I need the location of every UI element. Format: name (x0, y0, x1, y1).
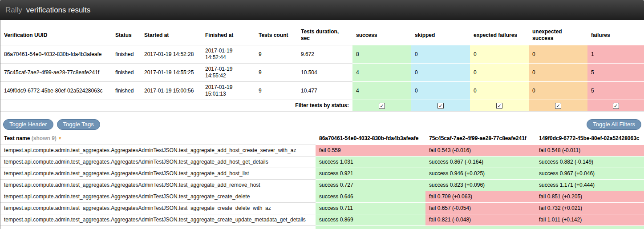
col-header-expected-failures: expected failures (470, 25, 529, 45)
col-header-run-3: 149f0dc9-6772-45be-80ef-02a52428063c (535, 133, 644, 145)
result-cell: fail 1.011 (+0.142) (535, 214, 644, 226)
result-cell: fail 0.821 (-0.048) (425, 214, 535, 226)
status-cell: finished (112, 45, 141, 64)
tests-header-row: Test name (shown 9) ▼ 86a70461-54e0-4032… (0, 133, 644, 145)
started-at-cell: 2017-01-19 15:00:56 (141, 82, 202, 100)
test-name-cell: tempest.api.compute.admin.test_aggregate… (0, 168, 316, 180)
result-cell: success 0.819 (316, 226, 425, 229)
test-row[interactable]: tempest.api.compute.admin.test_aggregate… (0, 157, 644, 168)
failures-count-cell: 5 (587, 64, 644, 82)
result-cell: success 0.946 (+0.025) (425, 168, 535, 180)
col-header-success: success (352, 25, 411, 45)
test-name-header-label: Test name (4, 135, 30, 141)
result-cell: success 0.870 (+0.051) (535, 226, 644, 229)
tests-count-cell: 9 (255, 64, 297, 82)
unexpected-success-count-cell: 0 (529, 64, 587, 82)
started-at-cell: 2017-01-19 14:52:28 (141, 45, 202, 64)
verification-row: 75c45caf-7ae2-4f99-ae28-77c8eafe241f fin… (0, 64, 644, 82)
test-name-cell: tempest.api.compute.admin.test_aggregate… (0, 226, 316, 229)
verification-row: 149f0dc9-6772-45be-80ef-02a52428063c fin… (0, 82, 644, 100)
result-cell: success 0.921 (316, 168, 425, 180)
test-row[interactable]: tempest.api.compute.admin.test_aggregate… (0, 214, 644, 226)
duration-cell: 10.477 (297, 82, 352, 100)
result-cell: fail 0.548 (-0.011) (535, 145, 644, 157)
col-header-run-1: 86a70461-54e0-4032-830b-fda4b3afeafe (316, 133, 425, 145)
test-row[interactable]: tempest.api.compute.admin.test_aggregate… (0, 191, 644, 203)
skipped-count-cell: 0 (411, 82, 470, 100)
filter-checkbox-expected-failures[interactable]: ✓ (496, 103, 502, 109)
uuid-cell: 75c45caf-7ae2-4f99-ae28-77c8eafe241f (0, 64, 112, 82)
result-cell: success 1.031 (316, 157, 425, 168)
test-name-cell: tempest.api.compute.admin.test_aggregate… (0, 203, 316, 214)
expected-failures-count-cell: 0 (470, 64, 529, 82)
skipped-count-cell: 0 (411, 64, 470, 82)
filter-cell-success: ✓ (352, 100, 411, 112)
tests-count-cell: 9 (255, 82, 297, 100)
result-cell: success 0.646 (316, 191, 425, 203)
col-header-failures: failures (587, 25, 644, 45)
unexpected-success-count-cell: 0 (529, 45, 587, 64)
test-row[interactable]: tempest.api.compute.admin.test_aggregate… (0, 203, 644, 214)
result-cell: fail 0.559 (316, 145, 425, 157)
col-header-run-2: 75c45caf-7ae2-4f99-ae28-77c8eafe241f (425, 133, 535, 145)
failures-count-cell: 1 (587, 45, 644, 64)
filter-row: Filter tests by status: ✓ ✓ ✓ ✓ ✓ (0, 100, 644, 112)
verifications-table: Verification UUID Status Started at Fini… (0, 25, 644, 112)
result-cell: success 0.882 (-0.149) (535, 157, 644, 168)
col-header-started-at: Started at (141, 25, 202, 45)
page-title: verifications results (26, 6, 91, 15)
test-name-cell: tempest.api.compute.admin.test_aggregate… (0, 157, 316, 168)
filter-checkbox-unexpected-success[interactable]: ✓ (555, 103, 561, 109)
expected-failures-count-cell: 0 (470, 82, 529, 100)
toggle-all-filters-button[interactable]: Toggle All Filters (587, 119, 641, 130)
filter-cell-skipped: ✓ (411, 100, 470, 112)
success-count-cell: 4 (352, 82, 411, 100)
test-row[interactable]: tempest.api.compute.admin.test_aggregate… (0, 180, 644, 191)
col-header-tests-count: Tests count (255, 25, 297, 45)
finished-at-cell: 2017-01-19 14:55:42 (202, 64, 255, 82)
filter-checkbox-success[interactable]: ✓ (379, 103, 385, 109)
col-header-verification-uuid: Verification UUID (0, 25, 112, 45)
app-brand: Rally (5, 6, 22, 15)
filter-cell-expected-failures: ✓ (470, 100, 529, 112)
result-cell: fail 0.732 (+0.021) (535, 203, 644, 214)
status-cell: finished (112, 82, 141, 100)
tests-count-cell: 9 (255, 45, 297, 64)
result-cell: success 0.823 (+0.096) (425, 180, 535, 191)
tests-table: Test name (shown 9) ▼ 86a70461-54e0-4032… (0, 133, 644, 229)
result-cell: fail 0.543 (-0.016) (425, 145, 535, 157)
verifications-header-row: Verification UUID Status Started at Fini… (0, 25, 644, 45)
status-cell: finished (112, 64, 141, 82)
expected-failures-count-cell: 0 (470, 45, 529, 64)
test-name-sort-header[interactable]: Test name (shown 9) ▼ (0, 133, 316, 145)
uuid-cell: 149f0dc9-6772-45be-80ef-02a52428063c (0, 82, 112, 100)
col-header-status: Status (112, 25, 141, 45)
col-header-skipped: skipped (411, 25, 470, 45)
unexpected-success-count-cell: 0 (529, 82, 587, 100)
test-name-cell: tempest.api.compute.admin.test_aggregate… (0, 191, 316, 203)
finished-at-cell: 2017-01-19 14:52:44 (202, 45, 255, 64)
result-cell: success 0.711 (316, 203, 425, 214)
test-name-cell: tempest.api.compute.admin.test_aggregate… (0, 180, 316, 191)
result-cell: fail 0.851 (+0.205) (535, 191, 644, 203)
filter-checkbox-failures[interactable]: ✓ (613, 103, 619, 109)
filter-cell-failures: ✓ (587, 100, 644, 112)
toggle-tags-button[interactable]: Toggle Tags (57, 119, 100, 130)
page-content: Verification UUID Status Started at Fini… (0, 20, 644, 229)
toggle-header-button[interactable]: Toggle Header (3, 119, 53, 130)
result-cell: success 0.727 (316, 180, 425, 191)
col-header-finished-at: Finished at (202, 25, 255, 45)
test-row[interactable]: tempest.api.compute.admin.test_aggregate… (0, 145, 644, 157)
uuid-cell: 86a70461-54e0-4032-830b-fda4b3afeafe (0, 45, 112, 64)
test-row[interactable]: tempest.api.compute.admin.test_aggregate… (0, 226, 644, 229)
result-cell: success 0.778 (-0.041) (425, 226, 535, 229)
filter-label: Filter tests by status: (0, 100, 352, 112)
success-count-cell: 8 (352, 45, 411, 64)
test-row[interactable]: tempest.api.compute.admin.test_aggregate… (0, 168, 644, 180)
app-header: Rally verifications results (0, 0, 644, 20)
sort-desc-icon: ▼ (58, 136, 62, 141)
col-header-tests-duration: Tests duration, sec (297, 25, 352, 45)
result-cell: fail 0.709 (+0.063) (425, 191, 535, 203)
result-cell: success 0.869 (316, 214, 425, 226)
filter-checkbox-skipped[interactable]: ✓ (437, 103, 444, 109)
